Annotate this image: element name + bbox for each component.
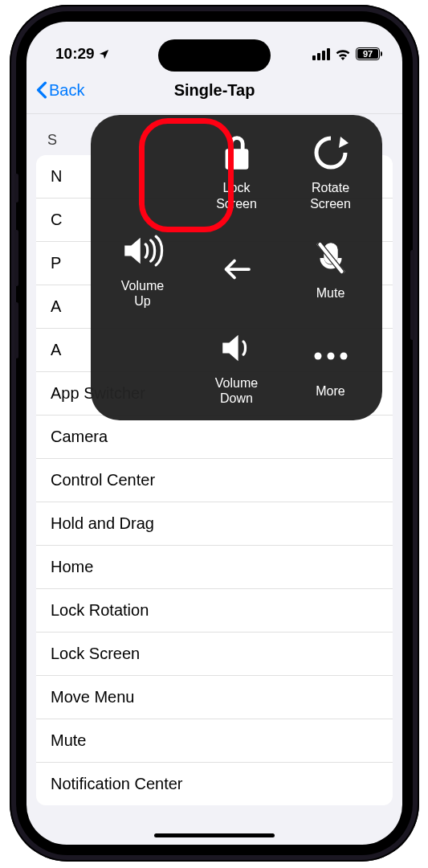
side-button <box>14 174 18 203</box>
home-indicator <box>154 833 275 837</box>
power-button <box>410 250 414 340</box>
at-volume-up[interactable]: Volume Up <box>96 220 190 317</box>
location-icon <box>98 48 110 60</box>
volume-down-icon <box>220 327 254 369</box>
at-back[interactable] <box>190 220 283 317</box>
lock-icon <box>221 132 253 174</box>
battery-icon: 97 <box>356 47 380 60</box>
at-rotate-screen[interactable]: Rotate Screen <box>283 123 377 220</box>
at-label: Volume Down <box>215 375 258 406</box>
list-item[interactable]: Mute <box>36 719 393 763</box>
list-item[interactable]: Move Menu <box>36 676 393 719</box>
volume-down-button <box>14 302 18 358</box>
status-time: 10:29 <box>55 45 95 63</box>
back-arrow-icon <box>222 248 251 290</box>
list-item[interactable]: Notification Center <box>36 763 393 805</box>
list-item[interactable]: Lock Screen <box>36 633 393 676</box>
list-item[interactable]: Control Center <box>36 459 393 502</box>
page-title: Single-Tap <box>33 81 396 100</box>
at-more[interactable]: More <box>283 318 377 416</box>
assistive-touch-menu: Lock Screen Rotate Screen Volume Up <box>91 115 382 420</box>
svg-point-1 <box>327 352 334 359</box>
at-lock-screen[interactable]: Lock Screen <box>190 123 283 220</box>
list-item[interactable]: Lock Rotation <box>36 589 393 633</box>
wifi-icon <box>335 48 351 60</box>
list-item[interactable]: Home <box>36 546 393 589</box>
at-label: Lock Screen <box>216 180 257 211</box>
svg-point-0 <box>314 352 321 359</box>
cellular-icon <box>312 48 330 60</box>
volume-up-button <box>14 230 18 286</box>
mute-icon <box>314 237 348 279</box>
at-volume-down[interactable]: Volume Down <box>190 318 283 416</box>
screen: 10:29 97 <box>26 22 402 845</box>
volume-up-icon <box>122 230 164 272</box>
at-label: Volume Up <box>121 278 164 309</box>
more-icon <box>312 335 350 377</box>
svg-point-2 <box>340 352 347 359</box>
at-label: Rotate Screen <box>310 180 351 211</box>
phone-frame: 10:29 97 <box>10 5 419 862</box>
list-item[interactable]: Hold and Drag <box>36 502 393 546</box>
at-label: Mute <box>316 285 345 301</box>
at-mute[interactable]: Mute <box>283 220 377 317</box>
dynamic-island <box>158 39 271 72</box>
nav-header: Back Single-Tap <box>26 70 402 114</box>
rotate-icon <box>312 132 350 174</box>
at-label: More <box>316 383 344 399</box>
list-item[interactable]: Camera <box>36 416 393 459</box>
